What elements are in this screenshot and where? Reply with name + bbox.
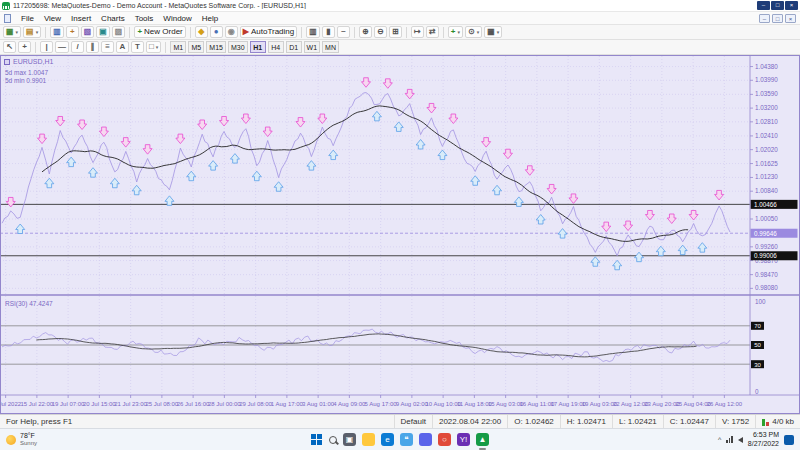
svg-text:9 Aug 02:00: 9 Aug 02:00 — [396, 401, 429, 407]
svg-text:1.03590: 1.03590 — [755, 90, 778, 97]
taskbar-clock[interactable]: 6:53 PM 8/27/2022 — [748, 431, 779, 447]
text-button[interactable]: A — [116, 41, 129, 53]
chart-bars-icon: ▥ — [309, 28, 317, 36]
taskbar-app-edge[interactable]: e — [381, 433, 394, 446]
timeframe-h1[interactable]: H1 — [250, 41, 266, 53]
auto-scroll-button[interactable]: ↦ — [411, 26, 424, 38]
svg-text:0.99260: 0.99260 — [755, 243, 778, 250]
chart-candles-button[interactable]: ▮ — [322, 26, 335, 38]
maximize-button[interactable]: □ — [771, 1, 784, 10]
menu-help[interactable]: Help — [197, 14, 223, 23]
arrows-tool-icon: □ — [149, 43, 154, 51]
search-icon[interactable] — [329, 436, 337, 444]
data-window-button[interactable]: + — [66, 26, 79, 38]
text-label-button[interactable]: T — [131, 41, 144, 53]
chart-shift-button[interactable]: ⇄ — [426, 26, 439, 38]
arrows-tool-dropdown-arrow[interactable]: ▾ — [156, 45, 159, 50]
crosshair-button[interactable]: + — [18, 41, 31, 53]
timeframe-h4[interactable]: H4 — [268, 41, 284, 53]
autotrading-button[interactable]: ▶AutoTrading — [240, 26, 297, 38]
timeframe-m1[interactable]: M1 — [170, 41, 186, 53]
taskbar-app-task-view[interactable]: ▣ — [343, 433, 356, 446]
templates-dropdown-arrow[interactable]: ▾ — [497, 30, 500, 35]
toolbar-separator — [190, 27, 191, 38]
profiles-button[interactable]: ▤▾ — [23, 26, 41, 38]
fibonacci-button[interactable]: ≡ — [101, 41, 114, 53]
templates-button[interactable]: ▦▾ — [484, 26, 502, 38]
periods-icon: ⊙ — [468, 28, 475, 36]
taskbar-app-file-explorer[interactable] — [362, 433, 375, 446]
weather-widget[interactable]: 78°F Sunny — [6, 432, 37, 446]
svg-text:30: 30 — [754, 362, 761, 368]
indicators-dropdown-arrow[interactable]: ▾ — [457, 30, 460, 35]
menu-view[interactable]: View — [39, 14, 66, 23]
timeframe-mn[interactable]: MN — [322, 41, 339, 53]
strategy-tester-button[interactable]: ▨ — [112, 26, 126, 38]
chart-line-button[interactable]: ~ — [337, 26, 350, 38]
status-profile[interactable]: Default — [394, 415, 432, 428]
new-chart-button[interactable]: ▦▾ — [3, 26, 21, 38]
terminal-button[interactable]: ▣ — [96, 26, 110, 38]
toolbar-separator — [301, 27, 302, 38]
start-button[interactable] — [311, 434, 323, 446]
indicators-button[interactable]: +▾ — [448, 26, 463, 38]
menu-tools[interactable]: Tools — [130, 14, 159, 23]
menu-insert[interactable]: Insert — [66, 14, 96, 23]
svg-text:29 Jul 08:00: 29 Jul 08:00 — [239, 401, 272, 407]
timeframe-m15[interactable]: M15 — [206, 41, 226, 53]
svg-text:1.00840: 1.00840 — [755, 187, 778, 194]
menu-charts[interactable]: Charts — [96, 14, 130, 23]
drawing-toolbar: ↖+|—/∥≡AT□▾M1M5M15M30H1H4D1W1MN — [0, 40, 800, 55]
community-button[interactable]: ● — [210, 26, 223, 38]
trendline-button[interactable]: / — [71, 41, 84, 53]
chart-restore-button[interactable]: □ — [772, 14, 783, 23]
menu-file[interactable]: File — [16, 14, 39, 23]
market-watch-button[interactable]: ▥ — [50, 26, 64, 38]
navigator-button[interactable]: ▧ — [81, 26, 95, 38]
tile-windows-button[interactable]: ⊞ — [389, 26, 402, 38]
timeframe-w1[interactable]: W1 — [304, 41, 321, 53]
taskbar-app-metatrader[interactable]: ▲ — [476, 433, 489, 446]
menu-window[interactable]: Window — [158, 14, 196, 23]
close-button[interactable]: × — [785, 1, 798, 10]
chart-minimize-button[interactable]: – — [759, 14, 770, 23]
speaker-icon[interactable] — [738, 437, 743, 443]
price-chart-svg[interactable]: 14 Jul 202215 Jul 22:0019 Jul 07:0020 Ju… — [0, 55, 800, 414]
horizontal-line-button[interactable]: — — [55, 41, 69, 53]
profiles-dropdown-arrow[interactable]: ▾ — [36, 30, 39, 35]
periods-button[interactable]: ⊙▾ — [465, 26, 482, 38]
timeframe-m30[interactable]: M30 — [228, 41, 248, 53]
arrows-tool-button[interactable]: □▾ — [146, 41, 161, 53]
taskbar-app-yahoo[interactable]: Y! — [457, 433, 470, 446]
alerts-button[interactable]: ◉ — [225, 26, 238, 38]
taskbar-app-chrome[interactable]: ○ — [438, 433, 451, 446]
taskbar-app-chat[interactable]: ❝ — [400, 433, 413, 446]
metaeditor-button[interactable]: ◆ — [195, 26, 208, 38]
new-order-button[interactable]: +New Order — [134, 26, 185, 38]
svg-text:3 Aug 01:00: 3 Aug 01:00 — [302, 401, 335, 407]
chart-close-button[interactable]: × — [785, 14, 796, 23]
chart-bars-button[interactable]: ▥ — [306, 26, 320, 38]
svg-text:1.02410: 1.02410 — [755, 132, 778, 139]
new-chart-dropdown-arrow[interactable]: ▾ — [16, 30, 19, 35]
svg-text:0.99646: 0.99646 — [754, 230, 777, 237]
tray-chevron-icon[interactable]: ^ — [718, 436, 721, 443]
chart-line-icon: ~ — [341, 28, 346, 36]
svg-text:26 Aug 12:00: 26 Aug 12:00 — [707, 401, 743, 407]
periods-dropdown-arrow[interactable]: ▾ — [477, 30, 480, 35]
cursor-icon: ↖ — [6, 43, 13, 51]
zoom-out-button[interactable]: ⊖ — [374, 26, 387, 38]
new-order-icon: + — [137, 28, 142, 36]
timeframe-m5[interactable]: M5 — [188, 41, 204, 53]
indicators-icon: + — [451, 28, 456, 36]
alerts-icon: ◉ — [228, 28, 235, 36]
timeframe-d1[interactable]: D1 — [286, 41, 302, 53]
notifications-badge[interactable] — [784, 435, 794, 445]
equidistant-channel-button[interactable]: ∥ — [86, 41, 99, 53]
vertical-line-button[interactable]: | — [40, 41, 53, 53]
svg-text:21 Jul 23:00: 21 Jul 23:00 — [114, 401, 147, 407]
zoom-in-button[interactable]: ⊕ — [359, 26, 372, 38]
cursor-button[interactable]: ↖ — [3, 41, 16, 53]
minimize-button[interactable]: – — [757, 1, 770, 10]
taskbar-app-discord[interactable] — [419, 433, 432, 446]
